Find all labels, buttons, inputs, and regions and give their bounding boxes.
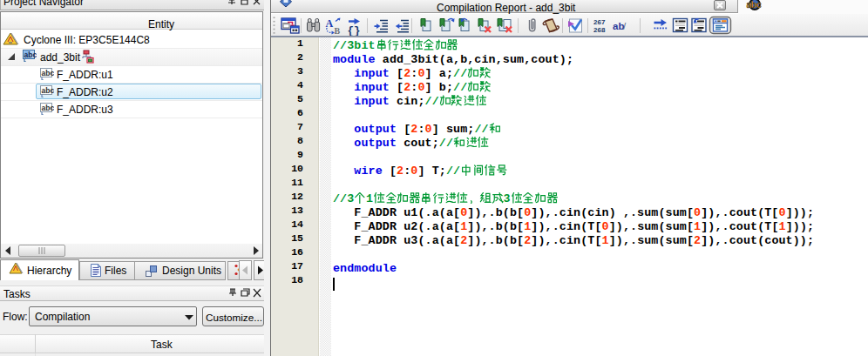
svg-text:abc: abc (42, 104, 54, 112)
svg-text:268: 268 (593, 26, 606, 34)
svg-text:A: A (326, 17, 334, 30)
svg-text:{}: {} (348, 25, 361, 37)
svg-text:B: B (335, 26, 341, 36)
svg-text:abc: abc (42, 69, 54, 77)
svg-text:abc: abc (24, 50, 37, 59)
svg-text:abc: abc (747, 0, 762, 10)
svg-text:/: / (623, 21, 627, 31)
svg-text:abc: abc (42, 86, 54, 95)
